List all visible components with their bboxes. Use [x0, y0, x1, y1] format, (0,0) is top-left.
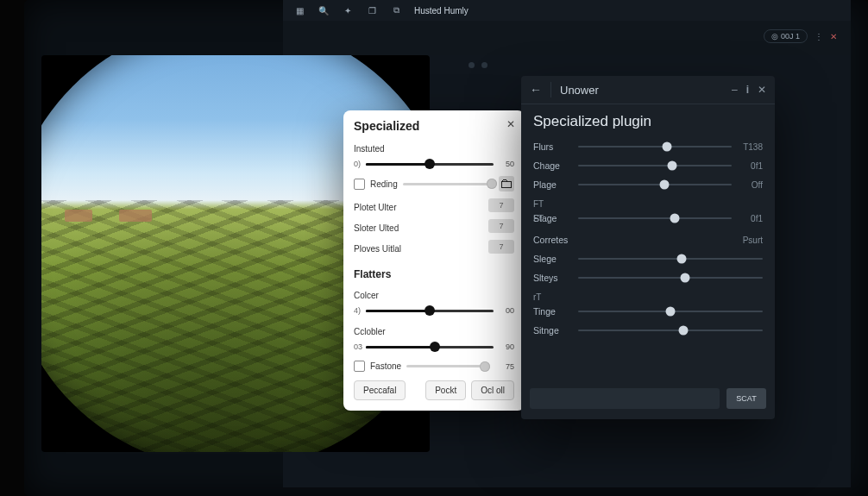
- plugin-panel: ← Unower – i ✕ Specialized plugin FlursT…: [521, 76, 775, 419]
- slider-label: Chage: [533, 160, 571, 171]
- fastone-label: Fastone: [370, 361, 401, 371]
- app-title: Husted Humly: [414, 6, 469, 16]
- field-value[interactable]: 7: [488, 219, 514, 233]
- reding-checkbox[interactable]: [354, 179, 365, 190]
- slider-label: Slege: [533, 254, 571, 264]
- cclobler-slider[interactable]: 03 90: [354, 340, 514, 354]
- grid-icon[interactable]: ▦: [293, 4, 305, 16]
- window-close-icon[interactable]: ✕: [830, 32, 837, 41]
- panel-slider-row[interactable]: Sitnge: [521, 321, 775, 340]
- pockt-button[interactable]: Pockt: [425, 380, 466, 400]
- fastone-checkbox[interactable]: [354, 361, 365, 372]
- slider-label: Tinge: [533, 306, 571, 317]
- close-icon[interactable]: ✕: [758, 84, 766, 96]
- panel-slider-row[interactable]: FlursT138: [521, 137, 775, 156]
- panel-text-input[interactable]: [530, 388, 720, 409]
- slider-value: Off: [739, 180, 763, 190]
- status-pill[interactable]: ◎ 00J 1: [764, 29, 808, 43]
- panel-slider-row[interactable]: Chage0f1: [521, 156, 775, 175]
- corretes-heading: Corretes: [533, 235, 568, 245]
- slider-label: Slteys: [533, 273, 571, 283]
- colcer-slider[interactable]: 4) 00: [354, 304, 514, 317]
- ocloll-button[interactable]: Ocl oll: [471, 380, 514, 400]
- panel-slider-row[interactable]: Slege: [521, 249, 775, 268]
- back-icon[interactable]: ←: [530, 83, 542, 97]
- menu-icon[interactable]: ⋮: [815, 32, 823, 41]
- instuted-slider[interactable]: 0) 50: [354, 157, 514, 171]
- slider-label: Plage: [533, 179, 571, 190]
- panel-title: Specialized plugin: [533, 113, 763, 130]
- panel-breadcrumb: Unower: [560, 84, 599, 97]
- copy-icon[interactable]: ⧉: [390, 4, 402, 16]
- panel-slider-row[interactable]: Tinge: [521, 302, 775, 321]
- cclobler-label: Cclobler: [354, 327, 386, 336]
- field-label: Plotet Ulter: [354, 203, 396, 212]
- corretes-hint: Psurt: [743, 235, 763, 245]
- slider-value: 0f1: [739, 214, 763, 223]
- panel-slider-row[interactable]: Slteys: [521, 268, 775, 287]
- scat-button[interactable]: SCAT: [726, 388, 766, 409]
- close-icon[interactable]: ✕: [504, 117, 518, 131]
- app-subbar: ◎ 00J 1 ⋮ ✕: [283, 21, 851, 56]
- dialog-title: Specialized: [354, 119, 514, 133]
- reding-label: Reding: [370, 179, 398, 189]
- preview-building: [65, 210, 92, 222]
- app-toolbar: ▦ 🔍 ✦ ❐ ⧉ Husted Humly: [283, 0, 851, 21]
- specialized-dialog: ✕ Specialized Instuted 0) 50 Reding 🗀 Pl…: [343, 110, 525, 411]
- colcer-label: Colcer: [354, 291, 379, 300]
- instuted-label: Instuted: [354, 144, 385, 154]
- preview-pager[interactable]: [469, 62, 487, 68]
- info-icon[interactable]: i: [746, 84, 749, 96]
- field-value[interactable]: 7: [488, 240, 514, 254]
- field-value[interactable]: 7: [488, 198, 514, 212]
- preview-building: [119, 210, 152, 222]
- minimize-icon[interactable]: –: [732, 84, 738, 96]
- peccafal-button[interactable]: Peccafal: [354, 380, 406, 400]
- slider-label: Flurs: [533, 141, 571, 152]
- slider-value: 0f1: [739, 161, 763, 171]
- slider-label: Sitnge: [533, 325, 571, 336]
- wand-icon[interactable]: ✦: [342, 4, 354, 16]
- flatters-heading: Flatters: [354, 268, 391, 280]
- reding-lock-icon[interactable]: 🗀: [499, 176, 514, 191]
- field-label: Sloter Ulted: [354, 223, 399, 233]
- slider-value: T138: [739, 142, 763, 152]
- field-label: Ploves Uitlal: [354, 244, 401, 254]
- panel-slider-row[interactable]: PlageOff: [521, 175, 775, 194]
- layers-icon[interactable]: ❐: [366, 4, 378, 16]
- search-icon[interactable]: 🔍: [318, 4, 330, 16]
